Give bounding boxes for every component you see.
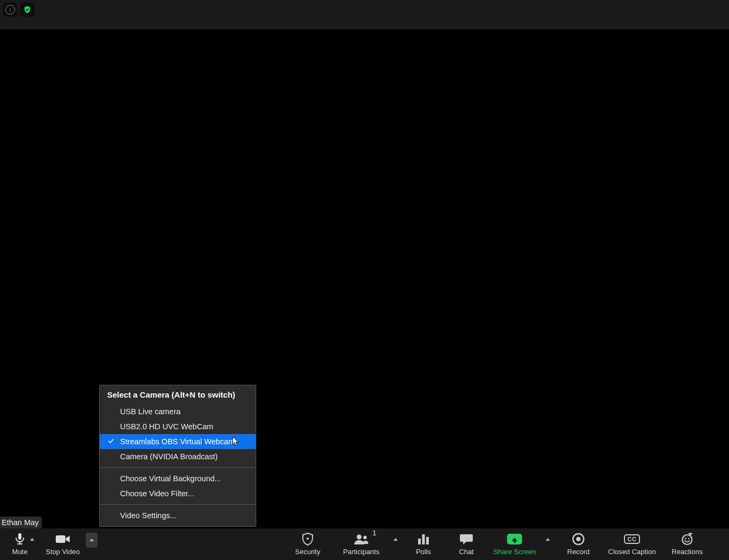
menu-separator — [100, 504, 256, 505]
meeting-info-button[interactable]: i — [3, 3, 17, 17]
bar-chart-icon — [417, 533, 430, 545]
meeting-toolbar: Mute Stop Video Secur — [0, 528, 729, 560]
chat-label: Chat — [459, 548, 473, 556]
choose-video-filter-item[interactable]: Choose Video Filter... — [100, 486, 256, 501]
video-options-caret[interactable] — [86, 533, 98, 548]
svg-point-4 — [307, 537, 309, 540]
audio-options-caret[interactable] — [26, 528, 39, 560]
video-camera-icon — [55, 534, 70, 544]
menu-separator — [100, 467, 256, 468]
stop-video-button[interactable]: Stop Video — [40, 528, 86, 560]
participants-count-badge: 1 — [373, 529, 376, 537]
record-button[interactable]: Record — [554, 528, 602, 560]
record-label: Record — [567, 548, 590, 556]
camera-option[interactable]: USB Live camera — [100, 404, 256, 419]
svg-rect-0 — [18, 533, 21, 540]
closed-caption-label: Closed Caption — [608, 548, 656, 556]
participants-options-caret[interactable] — [389, 528, 402, 560]
smile-plus-icon — [681, 533, 694, 546]
stop-video-label: Stop Video — [46, 548, 79, 556]
camera-option[interactable]: Camera (NVIDIA Broadcast) — [100, 449, 256, 464]
camera-option-label: USB2.0 HD UVC WebCam — [120, 422, 213, 431]
svg-rect-9 — [426, 537, 429, 544]
menu-item-label: Choose Video Filter... — [120, 489, 194, 498]
share-screen-label: Share Screen — [493, 548, 536, 556]
choose-virtual-background-item[interactable]: Choose Virtual Background... — [100, 471, 256, 486]
reactions-label: Reactions — [672, 548, 703, 556]
top-bar: i — [0, 0, 729, 29]
security-label: Security — [295, 548, 321, 556]
info-icon: i — [5, 5, 15, 14]
camera-option-label: USB Live camera — [120, 407, 181, 416]
chat-button[interactable]: Chat — [445, 528, 488, 560]
check-icon — [107, 437, 115, 445]
reactions-button[interactable]: Reactions — [661, 528, 713, 560]
svg-rect-8 — [422, 534, 425, 544]
chat-bubble-icon — [459, 533, 473, 545]
chevron-up-icon — [546, 538, 550, 541]
svg-point-12 — [682, 535, 692, 544]
svg-rect-7 — [418, 539, 421, 544]
shield-check-icon — [23, 5, 32, 14]
share-options-caret[interactable] — [541, 528, 554, 560]
polls-label: Polls — [416, 548, 431, 556]
security-button[interactable]: Security — [282, 528, 333, 560]
chevron-up-icon — [393, 538, 398, 541]
camera-option-label: Camera (NVIDIA Broadcast) — [120, 452, 218, 461]
share-screen-button[interactable]: Share Screen — [488, 528, 541, 560]
camera-option[interactable]: Streamlabs OBS Virtual Webcam — [100, 434, 256, 449]
encryption-status-button[interactable] — [20, 3, 34, 17]
menu-item-label: Video Settings... — [120, 511, 176, 520]
svg-rect-3 — [56, 535, 65, 543]
camera-option-label: Streamlabs OBS Virtual Webcam — [120, 437, 235, 446]
chevron-up-icon — [90, 539, 94, 541]
svg-point-13 — [685, 538, 687, 540]
shield-icon — [302, 533, 314, 546]
video-options-menu: Select a Camera (Alt+N to switch) USB Li… — [99, 385, 256, 527]
participants-button[interactable]: Participants 1 — [333, 528, 389, 560]
participants-label: Participants — [343, 548, 380, 556]
record-icon — [572, 533, 585, 546]
people-icon — [353, 533, 369, 545]
svg-point-11 — [576, 537, 581, 541]
closed-caption-button[interactable]: CC Closed Caption — [602, 528, 661, 560]
camera-option[interactable]: USB2.0 HD UVC WebCam — [100, 419, 256, 434]
chevron-up-icon — [30, 538, 34, 541]
svg-point-14 — [688, 538, 690, 540]
svg-point-6 — [363, 536, 367, 539]
video-settings-item[interactable]: Video Settings... — [100, 508, 256, 526]
menu-item-label: Choose Virtual Background... — [120, 474, 221, 483]
participant-name-label: Ethan May — [0, 517, 42, 528]
video-menu-title: Select a Camera (Alt+N to switch) — [100, 385, 256, 404]
share-screen-icon — [507, 534, 522, 544]
cc-icon: CC — [624, 534, 641, 544]
polls-button[interactable]: Polls — [402, 528, 445, 560]
microphone-icon — [14, 533, 25, 546]
svg-point-5 — [357, 535, 362, 540]
